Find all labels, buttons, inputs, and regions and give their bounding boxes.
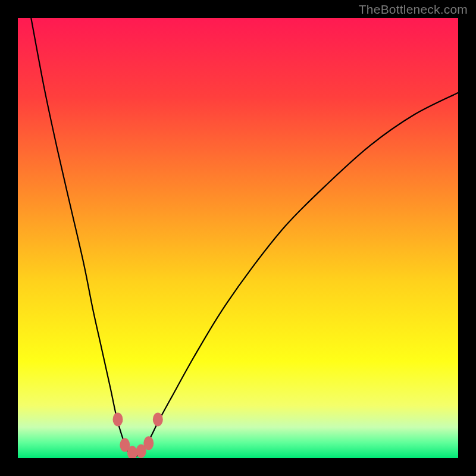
curve-layer [18, 18, 458, 458]
curve-marker [112, 412, 123, 426]
plot-area [18, 18, 458, 458]
curve-marker [153, 412, 163, 426]
watermark-text: TheBottleneck.com [359, 2, 468, 17]
chart-frame: TheBottleneck.com [0, 0, 476, 476]
marker-group [112, 412, 162, 458]
bottleneck-curve [31, 18, 458, 456]
curve-marker [143, 436, 154, 450]
